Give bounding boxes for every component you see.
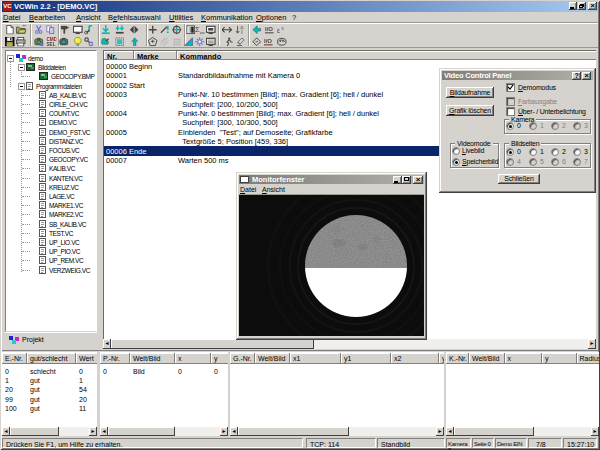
svg-text:I/O: I/O: [265, 26, 273, 32]
svg-text:px: px: [200, 30, 205, 35]
svg-text:I/O: I/O: [264, 38, 272, 44]
svg-text:SEL: SEL: [46, 42, 55, 46]
svg-text:3: 3: [281, 26, 284, 31]
svg-text:ε: ε: [277, 27, 280, 34]
